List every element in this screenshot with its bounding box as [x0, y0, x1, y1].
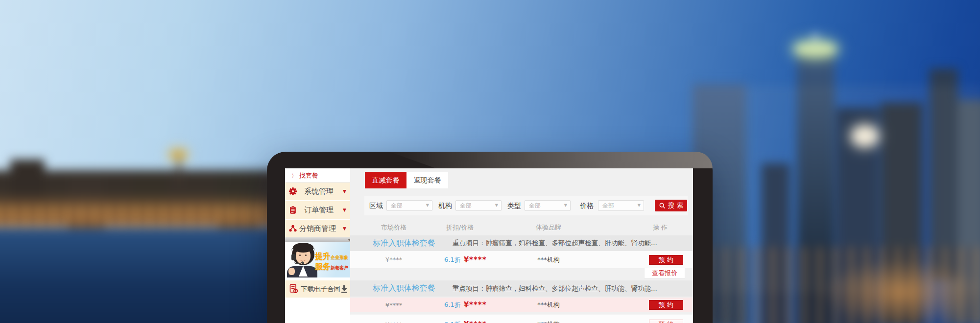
- package-title-row: 标准入职体检套餐 重点项目：肿瘤筛查，妇科检查、多部位超声检查、肝功能、肾功能.…: [350, 235, 693, 251]
- caret-down-icon: ▼: [343, 220, 346, 237]
- book-button[interactable]: 预 约: [649, 300, 683, 310]
- marketing-page: { "app": { "sidebar": { "find_package": …: [0, 0, 980, 323]
- sidebar-divider: [285, 237, 350, 242]
- caret-down-icon: ▼: [638, 201, 641, 210]
- package-offer-row: ¥**** 6.1折 ¥**** ***机构 预 约: [350, 251, 693, 268]
- sidebar-item-find-package[interactable]: 〉找套餐: [285, 168, 350, 183]
- col-discount-price: 折扣/价格: [426, 221, 494, 234]
- discounted-price: ¥****: [464, 300, 487, 309]
- clipboard-icon: [288, 206, 297, 214]
- support-agent-banner: 提升企业形象 服务新老客户: [285, 242, 350, 277]
- search-button[interactable]: 搜 索: [655, 200, 687, 211]
- market-price: ¥****: [359, 251, 428, 268]
- filter-label-region: 区域: [369, 196, 383, 215]
- region-select[interactable]: 全部 ▼: [386, 200, 432, 211]
- caret-down-icon: ▼: [343, 183, 346, 200]
- package-table: 标准入职体检套餐 重点项目：肿瘤筛查，妇科检查、多部位超声检查、肝功能、肾功能.…: [350, 235, 693, 323]
- package-offer-row-highlighted: ¥**** 6.1折 ¥**** ***机构 预 约: [350, 298, 693, 312]
- market-price: ¥****: [359, 315, 428, 323]
- filter-label-type: 类型: [507, 196, 521, 215]
- package-description: 重点项目：肿瘤筛查，妇科检查、多部位超声检查、肝功能、肾功能...: [453, 235, 657, 251]
- price-select[interactable]: 全部 ▼: [598, 200, 644, 211]
- gear-icon: [288, 187, 297, 196]
- institution-select[interactable]: 全部 ▼: [455, 200, 502, 211]
- sidebar-item-system-management[interactable]: 系统管理 ▼: [285, 183, 350, 201]
- sidebar-item-distributor-management[interactable]: 分销商管理 ▼: [285, 220, 350, 237]
- tab-cashback[interactable]: 返现套餐: [406, 172, 448, 188]
- col-market-price: 市场价格: [359, 221, 428, 234]
- download-icon: [340, 285, 348, 293]
- type-select[interactable]: 全部 ▼: [525, 200, 571, 211]
- brand-name: ***机构: [514, 315, 583, 323]
- distributor-network-icon: [288, 224, 297, 233]
- tablet-device: 〉找套餐 系统管理 ▼: [267, 152, 713, 323]
- book-button[interactable]: 预 约: [649, 255, 683, 265]
- book-button[interactable]: 预 约: [649, 320, 683, 323]
- sidebar-item-download-contract[interactable]: 下载电子合同: [285, 280, 350, 298]
- download-contract-label: 下载电子合同: [301, 280, 340, 298]
- caret-down-icon: ▼: [343, 201, 346, 219]
- search-icon: [659, 202, 666, 209]
- view-quote-button[interactable]: 查看报价: [644, 268, 685, 278]
- sidebar-item-order-management[interactable]: 订单管理 ▼: [285, 201, 350, 220]
- table-header: 市场价格 折扣/价格 体验品牌 操 作: [350, 221, 693, 234]
- discount-rate: 6.1折: [444, 320, 461, 323]
- brand-name: ***机构: [514, 251, 583, 268]
- discounted-price: ¥****: [464, 255, 487, 264]
- discount-rate: 6.1折: [444, 255, 461, 264]
- promo-text-big: 服务: [315, 262, 331, 271]
- package-name-link[interactable]: 标准入职体检套餐: [373, 235, 435, 251]
- app-screen: 〉找套餐 系统管理 ▼: [285, 168, 693, 323]
- filter-label-price: 价格: [580, 196, 594, 215]
- market-price: ¥****: [359, 298, 428, 312]
- discount-rate: 6.1折: [444, 300, 461, 309]
- search-button-label: 搜 索: [668, 201, 683, 210]
- promo-text-big: 提升: [315, 252, 331, 261]
- bezel-reflection: [389, 152, 713, 168]
- menu-label: 订单管理: [304, 201, 334, 219]
- filter-label-institution: 机构: [438, 196, 452, 215]
- promo-text-small: 新老客户: [331, 265, 348, 270]
- caret-down-icon: ▼: [564, 201, 567, 210]
- caret-down-icon: ▼: [426, 201, 429, 210]
- chevron-right-icon: 〉: [291, 173, 297, 179]
- package-description: 重点项目：肿瘤筛查，妇科检查、多部位超声检查、肝功能、肾功能...: [453, 280, 657, 297]
- caret-down-icon: ▼: [495, 201, 498, 210]
- water: [0, 228, 297, 323]
- contract-document-icon: [289, 284, 299, 294]
- find-package-label: 找套餐: [299, 172, 318, 179]
- space-needle: [177, 158, 181, 185]
- col-actions: 操 作: [631, 221, 690, 234]
- brand-name: ***机构: [514, 298, 583, 312]
- menu-label: 系统管理: [304, 183, 334, 200]
- sidebar: 〉找套餐 系统管理 ▼: [285, 168, 350, 323]
- package-offer-row: ¥**** 6.1折 ¥**** ***机构 预 约: [350, 314, 693, 323]
- package-title-row: 标准入职体检套餐 重点项目：肿瘤筛查，妇科检查、多部位超声检查、肝功能、肾功能.…: [350, 280, 693, 297]
- discounted-price: ¥****: [464, 320, 487, 323]
- package-name-link[interactable]: 标准入职体检套餐: [373, 280, 435, 297]
- tab-direct-discount[interactable]: 直减套餐: [365, 172, 406, 188]
- menu-label: 分销商管理: [299, 220, 336, 237]
- promo-text-small: 企业形象: [331, 255, 348, 260]
- col-brand: 体验品牌: [514, 221, 583, 234]
- filter-bar: 区域 全部 ▼ 机构 全部 ▼ 类型 全部 ▼ 价格 全部 ▼: [364, 196, 688, 215]
- main-content: 直减套餐 返现套餐 区域 全部 ▼ 机构 全部 ▼ 类型 全部 ▼ 价格: [350, 168, 693, 323]
